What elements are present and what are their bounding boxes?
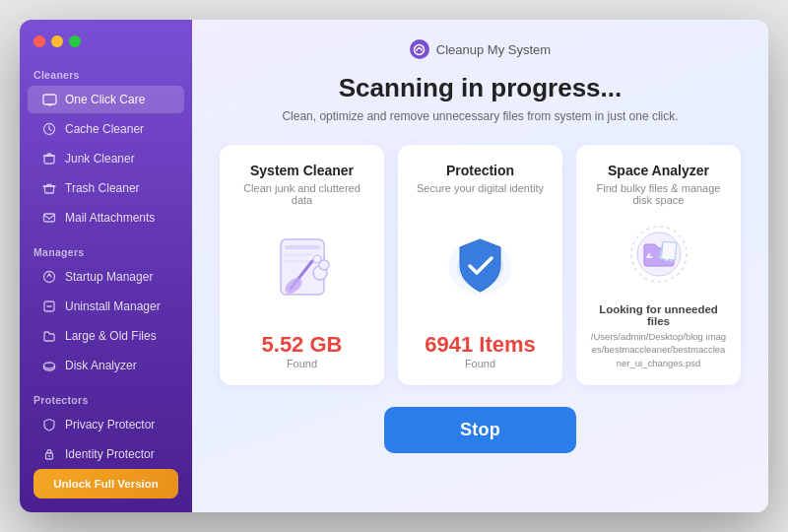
sidebar-item-label: Junk Cleaner <box>65 152 135 166</box>
managers-section-label: Managers <box>20 240 192 262</box>
sidebar-item-label: Trash Cleaner <box>65 181 140 195</box>
sidebar-item-label: Identity Protector <box>65 447 155 461</box>
large-old-files-icon <box>41 328 57 344</box>
traffic-lights <box>20 35 192 63</box>
sidebar-item-identity-protector[interactable]: Identity Protector <box>28 440 184 468</box>
system-cleaner-value-label: Found <box>287 358 317 369</box>
maximize-button[interactable] <box>69 35 81 47</box>
space-analyzer-status: Looking for unneeded files /Users/admin/… <box>590 303 727 369</box>
sidebar-item-trash-cleaner[interactable]: Trash Cleaner <box>28 174 184 202</box>
sidebar-item-label: Uninstall Manager <box>65 299 161 313</box>
sidebar-item-large-old-files[interactable]: Large & Old Files <box>28 322 184 350</box>
sidebar-item-disk-analyzer[interactable]: Disk Analyzer <box>28 352 184 379</box>
system-cleaner-card: System Cleaner Clean junk and cluttered … <box>220 145 384 385</box>
one-click-care-icon <box>41 92 57 107</box>
sidebar-item-label: Disk Analyzer <box>65 359 137 372</box>
space-analyzer-card: Space Analyzer Find bulky files & manage… <box>576 145 741 385</box>
sidebar-item-privacy-protector[interactable]: Privacy Protector <box>28 411 184 438</box>
app-logo <box>410 39 429 59</box>
sidebar-item-label: One Click Care <box>65 93 145 106</box>
svg-point-15 <box>48 455 50 457</box>
svg-point-11 <box>44 363 55 368</box>
privacy-protector-icon <box>41 417 57 432</box>
sidebar-item-label: Mail Attachments <box>65 211 155 225</box>
space-analyzer-title: Space Analyzer <box>608 163 709 178</box>
uninstall-manager-icon <box>41 299 57 314</box>
sidebar-item-label: Privacy Protector <box>65 418 155 432</box>
main-content: Cleanup My System Scanning in progress..… <box>192 20 768 512</box>
svg-rect-7 <box>44 214 55 222</box>
svg-rect-4 <box>44 156 54 164</box>
protection-card: Protection Secure your digital identity … <box>398 145 562 385</box>
cards-row: System Cleaner Clean junk and cluttered … <box>220 145 741 385</box>
protection-icon-area <box>443 208 517 322</box>
svg-rect-20 <box>285 253 312 256</box>
app-title-text: Cleanup My System <box>436 42 551 57</box>
sidebar-item-one-click-care[interactable]: One Click Care <box>28 86 184 113</box>
unlock-full-version-button[interactable]: Unlock Full Version <box>33 469 178 499</box>
trash-cleaner-icon <box>41 180 57 196</box>
sidebar-item-mail-attachments[interactable]: Mail Attachments <box>28 204 184 232</box>
sidebar-item-cache-cleaner[interactable]: Cache Cleaner <box>28 115 184 143</box>
minimize-button[interactable] <box>51 35 63 47</box>
system-cleaner-title: System Cleaner <box>250 163 354 178</box>
stop-button[interactable]: Stop <box>384 407 576 453</box>
system-cleaner-subtitle: Clean junk and cluttered data <box>233 182 370 206</box>
space-analyzer-icon-area <box>620 220 698 294</box>
protectors-section-label: Protectors <box>20 388 192 410</box>
identity-protector-icon <box>41 446 57 462</box>
junk-cleaner-icon <box>41 151 57 166</box>
sidebar-item-label: Large & Old Files <box>65 329 157 343</box>
system-cleaner-icon-area <box>263 220 342 322</box>
cache-cleaner-icon <box>41 121 57 137</box>
sidebar-item-junk-cleaner[interactable]: Junk Cleaner <box>28 145 184 172</box>
main-subtext: Clean, optimize and remove unnecessary f… <box>282 109 678 123</box>
system-cleaner-value: 5.52 GB <box>262 332 343 358</box>
sidebar-bottom: Unlock Full Version <box>20 469 192 499</box>
protection-value-label: Found <box>465 358 495 369</box>
sidebar: Cleaners One Click Care Cache Cleaner <box>20 20 192 512</box>
startup-manager-icon <box>41 269 57 285</box>
looking-for-text: Looking for unneeded files <box>590 303 727 327</box>
close-button[interactable] <box>33 35 45 47</box>
protection-title: Protection <box>446 163 514 178</box>
scanning-path: /Users/admin/Desktop/blog images/bestmac… <box>590 330 727 369</box>
protection-value: 6941 Items <box>425 332 536 358</box>
sidebar-item-uninstall-manager[interactable]: Uninstall Manager <box>28 293 184 320</box>
sidebar-item-label: Cache Cleaner <box>65 122 144 136</box>
svg-point-17 <box>419 46 421 48</box>
disk-analyzer-icon <box>41 358 57 373</box>
app-title-bar: Cleanup My System <box>410 39 551 59</box>
mail-attachments-icon <box>41 210 57 226</box>
svg-rect-19 <box>285 245 320 249</box>
sidebar-item-label: Startup Manager <box>65 270 153 284</box>
svg-point-16 <box>415 44 425 54</box>
space-analyzer-subtitle: Find bulky files & manage disk space <box>590 182 727 206</box>
main-heading: Scanning in progress... <box>339 73 623 103</box>
protection-subtitle: Secure your digital identity <box>417 182 544 194</box>
sidebar-item-startup-manager[interactable]: Startup Manager <box>28 263 184 291</box>
main-window: Cleaners One Click Care Cache Cleaner <box>20 20 768 512</box>
cleaners-section-label: Cleaners <box>20 63 192 85</box>
svg-point-26 <box>313 255 321 263</box>
svg-rect-0 <box>43 95 56 104</box>
